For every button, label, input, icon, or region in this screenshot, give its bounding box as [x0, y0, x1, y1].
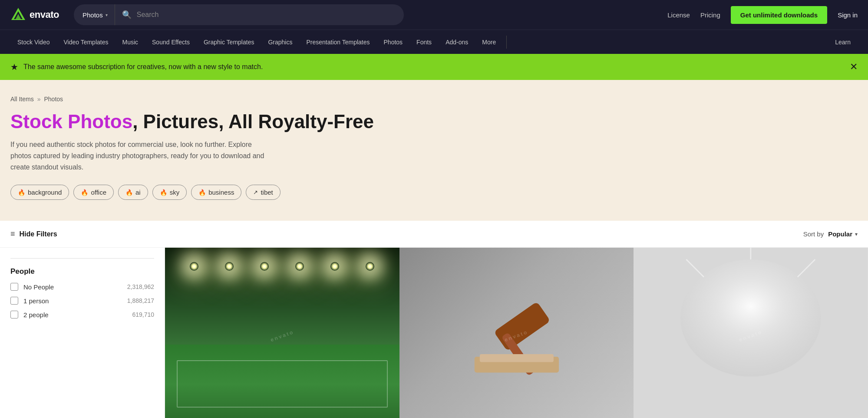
filter-one-person: 1 person 1,888,217 [10, 297, 154, 305]
nav-music[interactable]: Music [115, 30, 145, 54]
sort-area: Sort by Popular ▾ [803, 230, 858, 238]
sort-chevron-icon[interactable]: ▾ [855, 231, 858, 237]
fire-icon: 🔥 [160, 189, 167, 196]
tag-sky-label: sky [170, 189, 180, 196]
promo-close-button[interactable]: ✕ [850, 62, 858, 72]
tag-tibet[interactable]: ↗ tibet [246, 185, 280, 200]
breadcrumb-home[interactable]: All Items [10, 96, 34, 103]
nav-add-ons[interactable]: Add-ons [439, 30, 475, 54]
sign-in-link[interactable]: Sign in [838, 11, 858, 19]
filter-no-people: No People 2,318,962 [10, 283, 154, 291]
tag-background-label: background [28, 189, 62, 196]
breadcrumb-separator: » [37, 96, 41, 103]
photo-card-light[interactable]: envato [634, 248, 868, 418]
sort-value: Popular [828, 230, 852, 238]
hero-description: If you need authentic stock photos for c… [10, 139, 271, 173]
hide-filters-label: Hide Filters [20, 230, 57, 238]
secondary-navigation: Stock Video Video Templates Music Sound … [0, 30, 868, 54]
logo-text: envato [30, 9, 59, 20]
tag-sky[interactable]: 🔥 sky [152, 185, 187, 200]
tag-business[interactable]: 🔥 business [191, 185, 241, 200]
one-person-checkbox[interactable] [10, 297, 18, 305]
pricing-link[interactable]: Pricing [700, 11, 720, 19]
photo-grid: envato envato [165, 248, 868, 418]
hero-area: All Items » Photos Stock Photos, Picture… [0, 80, 868, 221]
page-title-rest: , Pictures, All Royalty-Free [132, 111, 374, 132]
get-unlimited-downloads-button[interactable]: Get unlimited downloads [731, 6, 827, 24]
breadcrumb-current: Photos [44, 96, 63, 103]
nav-learn[interactable]: Learn [828, 30, 858, 54]
filters-bar: ≡ Hide Filters Sort by Popular ▾ [0, 221, 868, 248]
star-icon: ★ [10, 62, 18, 72]
photo-card-stadium[interactable]: envato [165, 248, 399, 418]
sort-label: Sort by [803, 230, 824, 238]
nav-sound-effects[interactable]: Sound Effects [145, 30, 197, 54]
search-type-dropdown[interactable]: Photos ▾ [74, 4, 115, 25]
search-type-label: Photos [83, 11, 103, 19]
fire-icon: 🔥 [81, 189, 88, 196]
filter-icon: ≡ [10, 229, 15, 239]
tag-ai[interactable]: 🔥 ai [118, 185, 148, 200]
one-person-count: 1,888,217 [127, 297, 154, 304]
two-people-label: 2 people [23, 311, 127, 318]
search-icon: 🔍 [115, 10, 137, 20]
logo[interactable]: envato [10, 7, 67, 23]
two-people-count: 619,710 [132, 311, 154, 318]
trending-icon: ↗ [253, 189, 258, 196]
search-input[interactable] [137, 4, 404, 25]
search-bar: Photos ▾ 🔍 [74, 4, 404, 25]
license-link[interactable]: License [667, 11, 690, 19]
filter-two-people: 2 people 619,710 [10, 311, 154, 318]
promo-banner: ★ The same awesome subscription for crea… [0, 54, 868, 80]
tag-office[interactable]: 🔥 office [73, 185, 114, 200]
no-people-count: 2,318,962 [127, 283, 154, 290]
hide-filters-button[interactable]: ≡ Hide Filters [10, 229, 57, 239]
envato-logo-icon [10, 7, 26, 23]
promo-text: The same awesome subscription for creati… [23, 63, 263, 71]
tag-tibet-label: tibet [261, 189, 273, 196]
photo-card-gavel[interactable]: envato [399, 248, 634, 418]
sidebar: People No People 2,318,962 1 person 1,88… [0, 248, 165, 418]
content-area: People No People 2,318,962 1 person 1,88… [0, 248, 868, 418]
breadcrumb: All Items » Photos [10, 96, 858, 103]
fire-icon: 🔥 [198, 189, 206, 196]
fire-icon: 🔥 [18, 189, 25, 196]
sidebar-divider [10, 258, 154, 259]
chevron-down-icon: ▾ [106, 13, 108, 17]
no-people-checkbox[interactable] [10, 283, 18, 291]
nav-graphic-templates[interactable]: Graphic Templates [197, 30, 261, 54]
top-navigation: envato Photos ▾ 🔍 License Pricing Get un… [0, 0, 868, 30]
nav-video-templates[interactable]: Video Templates [56, 30, 115, 54]
tag-business-label: business [208, 189, 234, 196]
tag-background[interactable]: 🔥 background [10, 185, 69, 200]
nav-right-area: License Pricing Get unlimited downloads … [667, 6, 858, 24]
nav-presentation-templates[interactable]: Presentation Templates [299, 30, 376, 54]
page-title-accent: Stock Photos [10, 111, 132, 132]
no-people-label: No People [23, 283, 122, 291]
nav-stock-video[interactable]: Stock Video [10, 30, 56, 54]
tag-ai-label: ai [135, 189, 141, 196]
nav-graphics[interactable]: Graphics [261, 30, 299, 54]
nav-more[interactable]: More [475, 30, 503, 54]
nav-fonts[interactable]: Fonts [409, 30, 439, 54]
two-people-checkbox[interactable] [10, 311, 18, 318]
people-filter-title: People [10, 267, 154, 276]
tags-row: 🔥 background 🔥 office 🔥 ai 🔥 sky 🔥 busin… [10, 185, 858, 200]
tag-office-label: office [91, 189, 106, 196]
nav-divider [506, 36, 507, 49]
page-title: Stock Photos, Pictures, All Royalty-Free [10, 111, 858, 132]
main-content: ≡ Hide Filters Sort by Popular ▾ People … [0, 221, 868, 418]
nav-photos[interactable]: Photos [377, 30, 410, 54]
one-person-label: 1 person [23, 297, 122, 305]
fire-icon: 🔥 [125, 189, 133, 196]
